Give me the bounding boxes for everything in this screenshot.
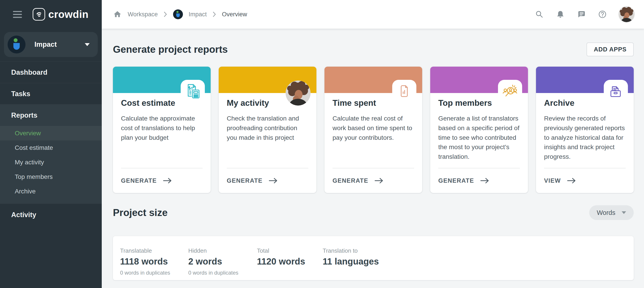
help-icon[interactable] <box>598 10 607 19</box>
card-body: Time spent Calculate the real cost of wo… <box>324 93 422 142</box>
main-content: Generate project reports ADD APPS Cost e… <box>102 28 644 288</box>
arrow-right-icon <box>163 178 172 184</box>
card-action-label: GENERATE <box>438 177 474 184</box>
stat-value: 1120 words <box>257 256 323 266</box>
sidebar-item-activity[interactable]: Activity <box>0 204 102 226</box>
arrow-right-icon <box>374 178 384 184</box>
card-description: Calculate the approximate cost of transl… <box>121 114 202 142</box>
topbar: Workspace Impact Overview <box>102 0 644 28</box>
stat-sub: 0 words in duplicates <box>120 270 188 276</box>
stat-value: 11 languages <box>323 256 379 266</box>
time-report-icon <box>395 83 413 100</box>
stat-label: Total <box>257 247 323 254</box>
card-cost-estimate: Cost estimate Calculate the approximate … <box>113 67 211 193</box>
project-avatar-small <box>173 10 183 19</box>
card-body: Archive Review the records of previously… <box>536 93 634 162</box>
stat-label: Translatable <box>120 247 188 254</box>
card-archive: Archive Review the records of previously… <box>536 67 634 193</box>
card-body: Top members Generate a list of translato… <box>430 93 528 162</box>
messages-chat-icon[interactable] <box>577 10 586 19</box>
sidebar-subitem-cost-estimate[interactable]: Cost estimate <box>0 140 102 155</box>
generate-time-spent-button[interactable]: GENERATE <box>332 168 414 193</box>
stat-value: 2 words <box>188 256 257 266</box>
card-description: Review the records of previously generat… <box>544 114 626 162</box>
card-description: Check the translation and proofreading c… <box>227 114 308 142</box>
hamburger-menu-icon[interactable] <box>13 11 22 18</box>
stat-label: Translation to <box>323 247 379 254</box>
search-icon[interactable] <box>535 10 544 19</box>
sidebar-subitem-archive[interactable]: Archive <box>0 184 102 198</box>
card-action-label: VIEW <box>544 177 561 184</box>
card-top-members: Top members Generate a list of translato… <box>430 67 528 193</box>
topbar-actions <box>535 6 634 22</box>
project-size-stats: Translatable 1118 words 0 words in dupli… <box>113 236 634 280</box>
stat-value: 1118 words <box>120 256 188 266</box>
card-description: Calculate the real cost of work based on… <box>332 114 414 142</box>
archive-box-icon <box>607 83 624 100</box>
sidebar-reports-section: Reports Overview Cost estimate My activi… <box>0 104 102 204</box>
add-apps-button[interactable]: ADD APPS <box>586 42 634 56</box>
generate-cost-estimate-button[interactable]: GENERATE <box>121 168 202 193</box>
project-selector[interactable]: Impact <box>4 32 98 57</box>
stat-hidden: Hidden 2 words 0 words in duplicates <box>188 247 257 280</box>
card-action-label: GENERATE <box>121 177 157 184</box>
sidebar-subitem-overview[interactable]: Overview <box>0 126 102 140</box>
project-name: Impact <box>34 40 85 48</box>
breadcrumb-workspace[interactable]: Workspace <box>128 11 158 18</box>
user-photo-avatar <box>286 80 310 106</box>
user-avatar[interactable] <box>619 6 634 22</box>
breadcrumb-current-page: Overview <box>222 11 247 18</box>
arrow-right-icon <box>480 178 489 184</box>
card-body: Cost estimate Calculate the approximate … <box>113 93 211 142</box>
unit-selector-value: Words <box>597 209 616 216</box>
project-size-title: Project size <box>113 207 168 218</box>
chevron-right-icon <box>213 12 216 17</box>
page-title: Generate project reports <box>113 44 228 55</box>
card-my-activity: My activity Check the translation and pr… <box>219 67 316 193</box>
arrow-right-icon <box>269 178 278 184</box>
sidebar-subitem-top-members[interactable]: Top members <box>0 170 102 184</box>
report-cards: Cost estimate Calculate the approximate … <box>113 67 634 193</box>
chevron-down-icon <box>85 43 90 46</box>
view-archive-button[interactable]: VIEW <box>544 168 626 193</box>
crowdin-logo[interactable]: crowdin <box>33 8 88 20</box>
home-icon[interactable] <box>113 10 122 19</box>
sidebar-item-tasks[interactable]: Tasks <box>0 83 102 104</box>
stat-translatable: Translatable 1118 words 0 words in dupli… <box>120 247 188 280</box>
card-action-label: GENERATE <box>227 177 262 184</box>
chevron-down-icon <box>622 211 626 214</box>
unit-selector-dropdown[interactable]: Words <box>589 205 634 220</box>
project-size-section-head: Project size Words <box>113 205 634 220</box>
arrow-right-icon <box>567 178 576 184</box>
logo-text: crowdin <box>48 8 88 20</box>
card-action-label: GENERATE <box>332 177 368 184</box>
crowdin-logo-icon <box>33 8 45 20</box>
card-description: Generate a list of translators based on … <box>438 114 520 162</box>
chevron-right-icon <box>164 12 167 17</box>
sidebar-header: crowdin <box>0 0 102 28</box>
notifications-bell-icon[interactable] <box>556 10 565 19</box>
stat-sub: 0 words in duplicates <box>188 270 257 276</box>
sidebar-item-dashboard[interactable]: Dashboard <box>0 62 102 83</box>
sidebar-subitem-my-activity[interactable]: My activity <box>0 155 102 170</box>
generate-top-members-button[interactable]: GENERATE <box>438 168 520 193</box>
sidebar-item-reports[interactable]: Reports <box>0 104 102 126</box>
sidebar-nav: Dashboard Tasks Reports Overview Cost es… <box>0 62 102 226</box>
stat-label: Hidden <box>188 247 257 254</box>
card-time-spent: Time spent Calculate the real cost of wo… <box>324 67 422 193</box>
project-avatar <box>8 36 26 54</box>
generate-my-activity-button[interactable]: GENERATE <box>227 168 308 193</box>
members-search-icon <box>501 83 518 100</box>
invoice-calculator-icon <box>184 83 201 100</box>
stat-total: Total 1120 words <box>257 247 323 280</box>
sidebar: crowdin Impact Dashboard Tasks Reports O… <box>0 0 102 288</box>
stat-translation-to: Translation to 11 languages <box>323 247 379 280</box>
breadcrumb-project[interactable]: Impact <box>189 11 207 18</box>
reports-section-head: Generate project reports ADD APPS <box>113 42 634 57</box>
breadcrumb: Workspace Impact Overview <box>113 10 247 19</box>
